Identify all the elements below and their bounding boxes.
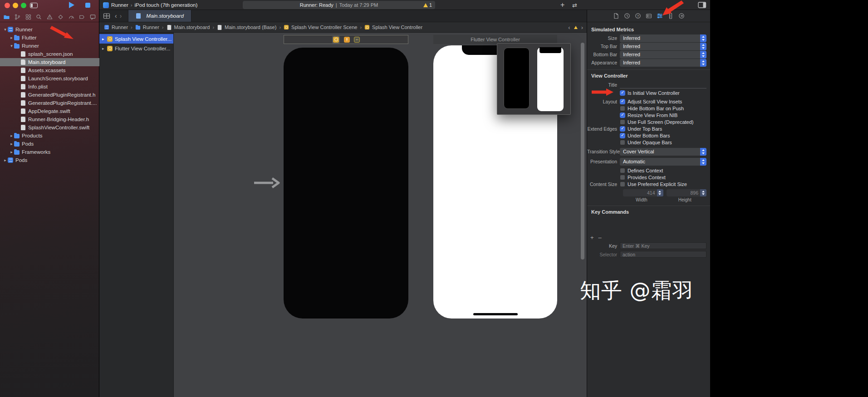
popup-value: Inferred bbox=[623, 35, 640, 41]
stop-button[interactable] bbox=[85, 3, 90, 8]
breakpoint-navigator-tab-icon[interactable] bbox=[78, 14, 85, 20]
navigator-item[interactable]: ▸Pods bbox=[0, 156, 99, 164]
test-navigator-tab-icon[interactable] bbox=[57, 14, 64, 20]
storyboard-entry-point-arrow[interactable] bbox=[253, 176, 281, 189]
outline-item-splash-view-controller[interactable]: ▸ Splash View Controller... bbox=[99, 34, 173, 44]
zoom-window-button[interactable] bbox=[21, 3, 26, 8]
disclosure-icon[interactable]: ▸ bbox=[9, 133, 14, 138]
remove-key-command-button[interactable]: – bbox=[598, 234, 602, 241]
navigator-item[interactable]: ▾Runner bbox=[0, 42, 99, 50]
related-items-icon[interactable] bbox=[103, 13, 110, 20]
stepper-arrows-icon[interactable] bbox=[700, 189, 706, 196]
navigator-item[interactable]: ▸Products bbox=[0, 132, 99, 140]
navigator-item[interactable]: GeneratedPluginRegistrant.h bbox=[0, 91, 99, 99]
checkbox[interactable] bbox=[620, 181, 625, 187]
history-inspector-tab-icon[interactable] bbox=[623, 12, 631, 20]
navigator-item[interactable]: GeneratedPluginRegistrant.... bbox=[0, 99, 99, 107]
navigator-item[interactable]: Info.plist bbox=[0, 83, 99, 91]
checkbox[interactable] bbox=[620, 99, 625, 104]
navigator-toggle-icon[interactable] bbox=[30, 3, 38, 8]
disclosure-icon[interactable]: ▸ bbox=[9, 142, 14, 146]
breadcrumb-item[interactable]: Splash View Controller bbox=[364, 25, 422, 30]
flutter-scene-label[interactable]: Flutter View Controller bbox=[433, 35, 557, 44]
checkbox[interactable] bbox=[620, 90, 625, 96]
navigator-item[interactable]: Assets.xcassets bbox=[0, 66, 99, 74]
source-control-navigator-tab-icon[interactable] bbox=[14, 14, 21, 20]
checkbox[interactable] bbox=[620, 113, 625, 118]
breadcrumb-item[interactable]: Runner bbox=[104, 25, 128, 30]
popup-button[interactable]: Inferred bbox=[620, 34, 706, 42]
run-button[interactable] bbox=[69, 2, 74, 8]
navigator-item[interactable]: Main.storyboard bbox=[0, 58, 99, 66]
scheme-selector[interactable]: Runner › iPod touch (7th generation) bbox=[103, 0, 197, 10]
checkbox[interactable] bbox=[620, 175, 625, 180]
selector-input[interactable]: action bbox=[620, 251, 706, 258]
checkbox[interactable] bbox=[620, 168, 625, 173]
navigator-item[interactable]: Runner-Bridging-Header.h bbox=[0, 115, 99, 123]
forward-button[interactable]: › bbox=[120, 12, 122, 20]
previous-issue-button[interactable]: ‹ bbox=[568, 24, 570, 31]
library-button[interactable]: + bbox=[560, 0, 564, 10]
issue-navigator-tab-icon[interactable] bbox=[46, 14, 53, 20]
disclosure-icon[interactable]: ▸ bbox=[3, 158, 8, 162]
checkbox[interactable] bbox=[620, 140, 625, 145]
stepper-arrows-icon[interactable] bbox=[657, 189, 663, 196]
disclosure-icon[interactable]: ▸ bbox=[102, 37, 107, 41]
tab-main-storyboard[interactable]: Main.storyboard bbox=[128, 10, 191, 22]
popup-button[interactable]: Inferred bbox=[620, 51, 706, 59]
navigator-item[interactable]: ▸Frameworks bbox=[0, 148, 99, 156]
checkbox[interactable] bbox=[620, 119, 625, 125]
storyboard-canvas[interactable]: Flutter View Controller bbox=[174, 33, 587, 397]
exit-dock-icon[interactable] bbox=[354, 37, 360, 43]
popup-button[interactable]: Inferred bbox=[620, 59, 706, 67]
symbol-navigator-tab-icon[interactable] bbox=[25, 14, 32, 20]
checkbox[interactable] bbox=[620, 106, 625, 111]
disclosure-icon[interactable]: ▾ bbox=[9, 44, 14, 48]
disclosure-icon[interactable]: ▾ bbox=[3, 27, 8, 32]
view-controller-dock-icon[interactable] bbox=[333, 37, 339, 43]
checkbox[interactable] bbox=[620, 126, 625, 132]
navigator-item[interactable]: ▸Pods bbox=[0, 140, 99, 148]
dark-screen-thumbnail[interactable] bbox=[504, 48, 530, 109]
debug-navigator-tab-icon[interactable] bbox=[68, 14, 75, 20]
report-navigator-tab-icon[interactable] bbox=[89, 14, 96, 20]
identity-inspector-tab-icon[interactable] bbox=[645, 12, 652, 20]
disclosure-icon[interactable]: ▸ bbox=[9, 150, 14, 154]
back-button[interactable]: ‹ bbox=[115, 12, 117, 20]
popup-button[interactable]: Inferred bbox=[620, 43, 706, 50]
editor-swap-icon[interactable]: ⇄ bbox=[572, 0, 577, 10]
annotation-arrow-navigator bbox=[48, 25, 77, 43]
project-navigator-tab-icon[interactable] bbox=[3, 14, 10, 20]
breadcrumb-item[interactable]: Splash View Controller Scene bbox=[284, 25, 357, 30]
width-stepper[interactable]: 414 bbox=[623, 189, 663, 196]
close-window-button[interactable] bbox=[5, 3, 10, 8]
navigator-item[interactable]: AppDelegate.swift bbox=[0, 107, 99, 115]
navigator-item[interactable]: SplashViewController.swift bbox=[0, 123, 99, 132]
breadcrumb-item[interactable]: Main.storyboard bbox=[167, 25, 210, 30]
navigator-item[interactable]: LaunchScreen.storyboard bbox=[0, 74, 99, 83]
title-field[interactable] bbox=[620, 81, 706, 88]
disclosure-icon[interactable]: ▸ bbox=[102, 46, 107, 51]
popup-button[interactable]: Cover Vertical bbox=[620, 148, 706, 156]
outline-item-flutter-view-controller[interactable]: ▸ Flutter View Controller... bbox=[99, 44, 173, 53]
light-screen-thumbnail[interactable] bbox=[537, 47, 564, 111]
canvas-scrollbar[interactable] bbox=[581, 43, 584, 260]
file-inspector-tab-icon[interactable] bbox=[613, 12, 620, 20]
height-stepper[interactable]: 896 bbox=[667, 189, 707, 196]
first-responder-dock-icon[interactable] bbox=[344, 37, 350, 43]
quick-help-inspector-tab-icon[interactable]: ? bbox=[634, 12, 642, 20]
breadcrumb-item[interactable]: Main.storyboard (Base) bbox=[217, 25, 276, 30]
key-input[interactable]: Enter ⌘ Key bbox=[620, 242, 706, 249]
inspector-toggle-button[interactable] bbox=[698, 2, 706, 8]
warning-indicator[interactable]: 1 bbox=[423, 1, 432, 9]
checkbox[interactable] bbox=[620, 133, 625, 138]
add-key-command-button[interactable]: + bbox=[590, 234, 594, 241]
navigator-item[interactable]: splash_screen.json bbox=[0, 50, 99, 58]
next-issue-button[interactable]: › bbox=[581, 24, 583, 31]
breadcrumb-item[interactable]: Runner bbox=[135, 25, 159, 30]
find-navigator-tab-icon[interactable] bbox=[35, 14, 42, 20]
disclosure-icon[interactable]: ▸ bbox=[9, 35, 14, 40]
popup-button[interactable]: Automatic bbox=[620, 158, 706, 166]
splash-view-controller-view[interactable] bbox=[284, 48, 408, 319]
minimize-window-button[interactable] bbox=[13, 3, 18, 8]
